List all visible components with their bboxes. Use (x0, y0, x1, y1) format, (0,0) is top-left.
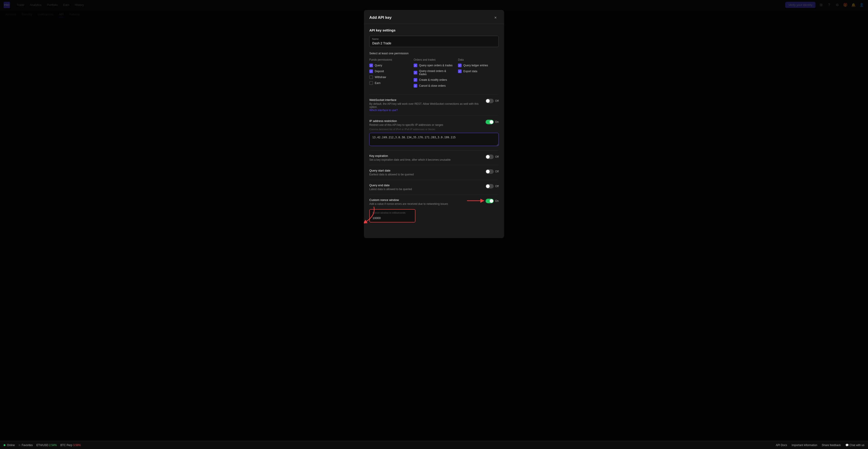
ip-toggle-row: IP address restriction Restrict use of t… (369, 119, 499, 126)
websocket-switch-track[interactable] (486, 99, 494, 103)
important-info-link[interactable]: Important information (792, 444, 817, 447)
ip-restriction-section: IP address restriction Restrict use of t… (369, 119, 499, 147)
nonce-label: Custom nonce window (369, 198, 448, 202)
checkbox-create-modify[interactable] (414, 78, 417, 82)
checkbox-deposit[interactable] (369, 69, 373, 73)
checkbox-query-ledger[interactable] (458, 64, 462, 67)
data-permissions-col: Data Query ledger entries Export data (458, 58, 499, 90)
bottom-left: Online ☆ Favorites ETH/USD 2.54% BTC Per… (4, 444, 771, 447)
ip-switch-track[interactable] (486, 120, 494, 124)
ip-input-wrapper: Comma delimited list of IPv4 or IPv6 IP … (369, 128, 499, 147)
api-docs-link[interactable]: API Docs (776, 444, 787, 447)
websocket-desc-text: By default, the API key will work over R… (369, 102, 478, 109)
funds-permissions-col: Funds permissions Query Deposit Withdraw (369, 58, 410, 90)
websocket-toggle[interactable]: Off (486, 99, 499, 103)
perm-label-deposit: Deposit (375, 70, 384, 73)
checkbox-export-data[interactable] (458, 69, 462, 73)
key-exp-toggle-row: Key expiration Set a key expiration date… (369, 154, 499, 161)
websocket-label-group: WebSocket interface By default, the API … (369, 98, 486, 112)
orders-permissions-col: Orders and trades Query open orders & tr… (414, 58, 454, 90)
modal-body: API key settings Name Select at least on… (364, 24, 504, 238)
funds-col-title: Funds permissions (369, 58, 410, 61)
ip-state-label: On (495, 120, 499, 124)
divider-2 (369, 115, 499, 116)
query-end-section: Query end date Latest data is allowed to… (369, 183, 499, 191)
query-end-state-label: Off (495, 185, 499, 188)
chat-link[interactable]: 💬 Chat with us (845, 444, 864, 447)
nonce-label-group: Custom nonce window Add a value if nonce… (369, 198, 448, 206)
key-exp-state-label: Off (495, 155, 499, 158)
perm-create-modify: Create & modify orders (414, 78, 454, 82)
nonce-input[interactable] (370, 214, 415, 222)
perm-label-withdraw: Withdraw (375, 76, 386, 79)
orders-col-title: Orders and trades (414, 58, 454, 61)
perm-earn: Earn (369, 81, 410, 85)
websocket-label: WebSocket interface (369, 98, 486, 101)
permissions-grid: Funds permissions Query Deposit Withdraw (369, 58, 499, 90)
perm-label-create-modify: Create & modify orders (419, 78, 447, 82)
modal-header: Add API key × (364, 10, 504, 24)
query-end-desc: Latest data is allowed to be queried (369, 188, 412, 191)
divider-5 (369, 180, 499, 180)
bottom-bar: Online ☆ Favorites ETH/USD 2.54% BTC Per… (0, 441, 868, 449)
perm-label-query-funds: Query (375, 64, 382, 67)
data-col-title: Data (458, 58, 499, 61)
nonce-input-box: Nonce window in milliseconds (369, 209, 415, 222)
checkbox-query-closed-orders[interactable] (414, 71, 417, 74)
checkbox-query-funds[interactable] (369, 64, 373, 67)
query-start-switch-track[interactable] (486, 169, 494, 174)
eth-price: ETH/USD 2.54% (36, 444, 57, 447)
perm-query-closed-orders: Query closed orders & trades (414, 69, 454, 76)
favorites-link[interactable]: ☆ Favorites (18, 444, 33, 447)
nonce-toggle-row: Custom nonce window Add a value if nonce… (369, 198, 499, 206)
checkbox-query-open-orders[interactable] (414, 64, 417, 67)
modal-title: Add API key (369, 16, 392, 20)
checkbox-cancel-close[interactable] (414, 84, 417, 88)
perm-query-ledger: Query ledger entries (458, 64, 499, 67)
modal-close-button[interactable]: × (492, 14, 499, 21)
perm-deposit: Deposit (369, 69, 410, 73)
api-settings-title: API key settings (369, 28, 499, 32)
checkbox-withdraw[interactable] (369, 76, 373, 79)
ip-switch-thumb (490, 120, 493, 124)
perm-label-query-closed: Query closed orders & trades (419, 69, 454, 76)
nonce-switch-track[interactable] (486, 199, 494, 203)
nonce-input-container: Nonce window in milliseconds (369, 207, 415, 222)
name-label: Name (372, 37, 379, 40)
websocket-link[interactable]: Which interface to use? (369, 109, 398, 112)
bottom-right: API Docs Important information Share fee… (776, 444, 864, 447)
perm-label-earn: Earn (375, 82, 380, 85)
key-exp-label: Key expiration (369, 154, 451, 157)
query-end-switch-thumb (486, 184, 490, 188)
checkbox-earn[interactable] (369, 81, 373, 85)
ip-placeholder: Comma delimited list of IPv4 or IPv6 IP … (369, 128, 499, 130)
nonce-state-label: On (495, 199, 499, 203)
query-end-toggle[interactable]: Off (486, 184, 499, 188)
key-expiration-section: Key expiration Set a key expiration date… (369, 154, 499, 161)
query-start-switch-thumb (486, 170, 490, 173)
key-exp-switch-track[interactable] (486, 155, 494, 159)
divider-4 (369, 165, 499, 165)
perm-query-open-orders: Query open orders & trades (414, 64, 454, 67)
btc-change: 3.56% (73, 444, 81, 447)
query-start-label-group: Query start date Earliest data is allowe… (369, 169, 414, 176)
query-end-switch-track[interactable] (486, 184, 494, 188)
perm-label-export-data: Export data (463, 70, 477, 73)
perm-label-cancel-close: Cancel & close orders (419, 84, 445, 87)
nonce-toggle[interactable]: On (486, 199, 499, 203)
perm-label-query-open: Query open orders & trades (419, 64, 453, 67)
ip-input[interactable]: 13.42.249.212,3.8.38.134,35.176.171.203,… (369, 133, 499, 146)
name-input[interactable] (369, 36, 499, 47)
query-start-desc: Earliest data is allowed to be queried (369, 173, 414, 176)
ip-toggle[interactable]: On (486, 120, 499, 124)
key-exp-toggle[interactable]: Off (486, 155, 499, 159)
ip-label: IP address restriction (369, 119, 443, 123)
nonce-window-section: Custom nonce window Add a value if nonce… (369, 198, 499, 223)
ip-desc: Restrict use of this API key to specific… (369, 123, 443, 126)
nonce-placeholder: Nonce window in milliseconds (370, 210, 415, 214)
websocket-desc: By default, the API key will work over R… (369, 102, 486, 112)
perm-label-query-ledger: Query ledger entries (463, 64, 488, 67)
query-start-toggle[interactable]: Off (486, 169, 499, 174)
query-start-toggle-row: Query start date Earliest data is allowe… (369, 169, 499, 176)
share-feedback-link[interactable]: Share feedback (822, 444, 841, 447)
